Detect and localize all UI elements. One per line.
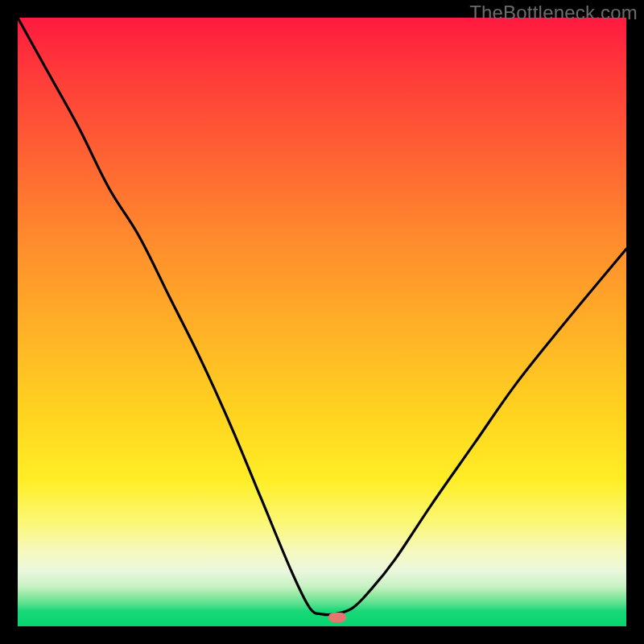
chart-frame: TheBottleneck.com: [0, 0, 644, 644]
optimal-point-marker: [328, 613, 346, 622]
bottleneck-curve: [18, 18, 626, 626]
watermark-text: TheBottleneck.com: [469, 2, 638, 24]
plot-area: [18, 18, 626, 626]
